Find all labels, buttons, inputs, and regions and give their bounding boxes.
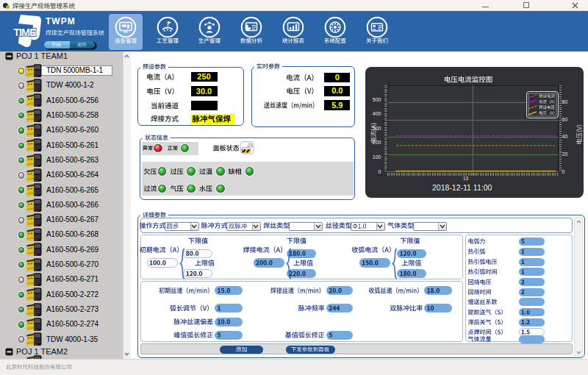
- svg-text:TIME: TIME: [13, 26, 37, 38]
